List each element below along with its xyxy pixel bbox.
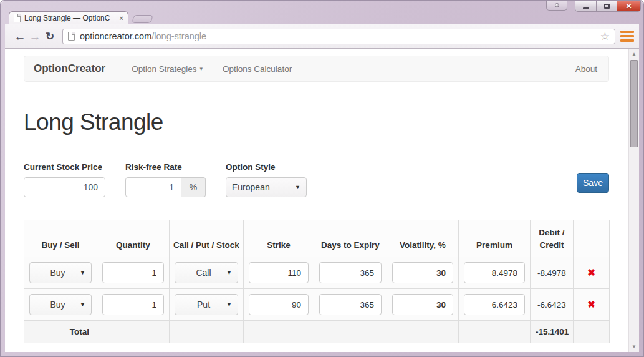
option-style-select[interactable]: European ▼ [226, 177, 307, 197]
row2-premium-input[interactable] [464, 294, 525, 315]
address-bar[interactable]: optioncreator.com/long-strangle ☆ [62, 29, 615, 44]
header-strike: Strike [244, 220, 314, 257]
header-buy-sell: Buy / Sell [24, 220, 97, 257]
option-style-field: Option Style European ▼ [226, 162, 307, 197]
browser-menu-button[interactable] [619, 29, 635, 43]
select-caret-icon: ▼ [226, 270, 232, 276]
row2-buy-sell-select[interactable]: Buy ▼ [29, 294, 92, 315]
total-debit-credit: -15.1401 [531, 321, 574, 343]
row2-days-input[interactable] [319, 294, 382, 315]
page-viewport: OptionCreator Option Strategies ▾ Option… [5, 49, 639, 352]
row1-days-input[interactable] [319, 262, 382, 283]
url-path: /long-strangle [151, 31, 206, 41]
total-label: Total [24, 321, 97, 343]
close-button[interactable]: ✕ [617, 1, 641, 12]
risk-free-field: Risk-free Rate % [125, 162, 206, 197]
row2-delete-button[interactable]: ✖ [587, 299, 595, 310]
parameters-form: Current Stock Price Risk-free Rate % Opt… [24, 162, 609, 197]
total-row: Total -15.1401 [24, 321, 610, 343]
select-caret-icon: ▼ [295, 184, 300, 190]
page-icon [68, 32, 75, 41]
minimize-button[interactable] [575, 1, 596, 12]
row1-premium-input[interactable] [464, 262, 525, 283]
page-container: OptionCreator Option Strategies ▾ Option… [24, 49, 609, 343]
row2-call-put-select[interactable]: Put ▼ [175, 294, 238, 315]
row1-quantity-input[interactable] [102, 262, 164, 283]
maximize-button[interactable] [596, 1, 617, 12]
select-caret-icon: ▼ [80, 270, 85, 276]
scroll-up-icon[interactable]: ▲ [629, 49, 639, 59]
page-favicon-icon [14, 14, 21, 22]
table-row: Buy ▼ Put ▼ [24, 289, 610, 321]
percent-addon: % [181, 177, 206, 197]
heading-divider [24, 149, 609, 149]
option-style-label: Option Style [226, 162, 307, 172]
maximize-icon [604, 4, 610, 9]
row2-strike-input[interactable] [249, 294, 309, 315]
row1-volatility-input[interactable] [392, 262, 453, 283]
back-icon[interactable]: ← [12, 31, 27, 42]
tab-title: Long Strangle — OptionC [24, 14, 116, 22]
forward-icon: → [27, 31, 42, 42]
new-tab-button[interactable] [132, 15, 153, 23]
row2-volatility-input[interactable] [392, 294, 453, 315]
stock-price-label: Current Stock Price [24, 162, 105, 172]
nav-option-strategies[interactable]: Option Strategies ▾ [132, 64, 203, 74]
profile-icon [555, 3, 559, 7]
browser-window: Long Strangle — OptionC × ✕ ← → [0, 0, 644, 357]
row1-strike-input[interactable] [249, 262, 309, 283]
risk-free-label: Risk-free Rate [125, 162, 206, 172]
nav-about[interactable]: About [575, 64, 597, 74]
stock-price-field: Current Stock Price [24, 162, 105, 197]
minimize-icon [583, 7, 589, 9]
table-row: Buy ▼ Call ▼ [24, 257, 610, 289]
brand-link[interactable]: OptionCreator [34, 62, 105, 75]
row2-debit-credit: -6.6423 [531, 289, 574, 321]
legs-table: Buy / Sell Quantity Call / Put / Stock S… [24, 220, 610, 343]
nav-options-calculator[interactable]: Options Calculator [223, 64, 292, 74]
bookmark-star-icon[interactable]: ☆ [600, 31, 610, 42]
header-quantity: Quantity [97, 220, 170, 257]
reload-icon[interactable]: ↻ [42, 31, 57, 42]
row1-debit-credit: -8.4978 [531, 257, 574, 289]
header-debit-credit: Debit / Credit [531, 220, 574, 257]
menu-icon [620, 31, 634, 33]
risk-free-input[interactable] [125, 177, 181, 197]
header-premium: Premium [459, 220, 531, 257]
tab-close-icon[interactable]: × [120, 15, 123, 22]
row2-quantity-input[interactable] [102, 294, 164, 315]
scrollbar-thumb[interactable] [630, 60, 638, 147]
header-call-put-stock: Call / Put / Stock [170, 220, 244, 257]
table-header-row: Buy / Sell Quantity Call / Put / Stock S… [24, 220, 610, 257]
row1-buy-sell-select[interactable]: Buy ▼ [29, 262, 92, 283]
row1-call-put-select[interactable]: Call ▼ [175, 262, 238, 283]
select-caret-icon: ▼ [80, 301, 85, 308]
url-text[interactable]: optioncreator.com/long-strangle [80, 31, 206, 41]
header-actions [574, 220, 610, 257]
url-domain: optioncreator.com [80, 31, 151, 41]
profile-button[interactable] [546, 1, 567, 11]
save-button[interactable]: Save [577, 173, 609, 193]
window-controls: ✕ [546, 1, 641, 12]
header-volatility: Volatility, % [387, 220, 459, 257]
title-bar[interactable]: Long Strangle — OptionC × ✕ [0, 0, 644, 24]
caret-down-icon: ▾ [200, 66, 203, 72]
site-navbar: OptionCreator Option Strategies ▾ Option… [24, 56, 609, 82]
header-days-to-expiry: Days to Expiry [314, 220, 387, 257]
close-icon: ✕ [625, 2, 632, 10]
scroll-down-icon[interactable]: ▼ [629, 342, 639, 352]
row1-delete-button[interactable]: ✖ [587, 267, 595, 278]
stock-price-input[interactable] [24, 177, 105, 197]
browser-tab[interactable]: Long Strangle — OptionC × [9, 11, 128, 24]
browser-toolbar: ← → ↻ optioncreator.com/long-strangle ☆ [5, 24, 639, 49]
page-title: Long Strangle [24, 109, 609, 135]
select-caret-icon: ▼ [226, 301, 232, 308]
page-scrollbar[interactable]: ▲ ▼ [628, 49, 639, 352]
